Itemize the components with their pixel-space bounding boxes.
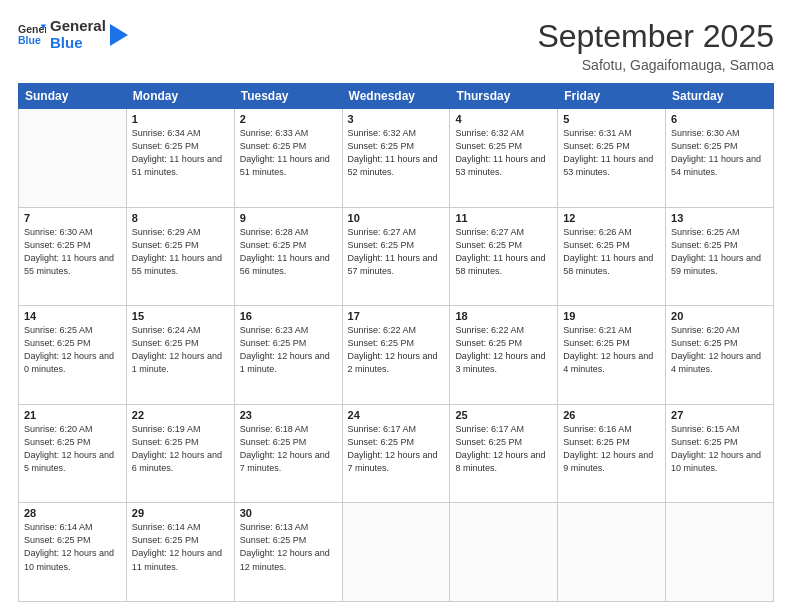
header-sunday: Sunday bbox=[19, 84, 127, 109]
day-info: Sunrise: 6:16 AM Sunset: 6:25 PM Dayligh… bbox=[563, 423, 660, 475]
day-info: Sunrise: 6:18 AM Sunset: 6:25 PM Dayligh… bbox=[240, 423, 337, 475]
logo: General Blue General Blue bbox=[18, 18, 128, 51]
day-info: Sunrise: 6:30 AM Sunset: 6:25 PM Dayligh… bbox=[24, 226, 121, 278]
day-info: Sunrise: 6:23 AM Sunset: 6:25 PM Dayligh… bbox=[240, 324, 337, 376]
calendar-cell: 27Sunrise: 6:15 AM Sunset: 6:25 PM Dayli… bbox=[666, 404, 774, 503]
calendar-cell: 26Sunrise: 6:16 AM Sunset: 6:25 PM Dayli… bbox=[558, 404, 666, 503]
day-number: 7 bbox=[24, 212, 121, 224]
calendar-cell: 4Sunrise: 6:32 AM Sunset: 6:25 PM Daylig… bbox=[450, 109, 558, 208]
calendar-week-row: 7Sunrise: 6:30 AM Sunset: 6:25 PM Daylig… bbox=[19, 207, 774, 306]
day-info: Sunrise: 6:20 AM Sunset: 6:25 PM Dayligh… bbox=[671, 324, 768, 376]
calendar-week-row: 14Sunrise: 6:25 AM Sunset: 6:25 PM Dayli… bbox=[19, 306, 774, 405]
calendar-week-row: 28Sunrise: 6:14 AM Sunset: 6:25 PM Dayli… bbox=[19, 503, 774, 602]
day-number: 29 bbox=[132, 507, 229, 519]
calendar-cell bbox=[19, 109, 127, 208]
calendar-cell: 13Sunrise: 6:25 AM Sunset: 6:25 PM Dayli… bbox=[666, 207, 774, 306]
day-number: 30 bbox=[240, 507, 337, 519]
day-info: Sunrise: 6:25 AM Sunset: 6:25 PM Dayligh… bbox=[671, 226, 768, 278]
day-info: Sunrise: 6:29 AM Sunset: 6:25 PM Dayligh… bbox=[132, 226, 229, 278]
day-info: Sunrise: 6:34 AM Sunset: 6:25 PM Dayligh… bbox=[132, 127, 229, 179]
day-number: 13 bbox=[671, 212, 768, 224]
day-info: Sunrise: 6:30 AM Sunset: 6:25 PM Dayligh… bbox=[671, 127, 768, 179]
header-monday: Monday bbox=[126, 84, 234, 109]
day-info: Sunrise: 6:13 AM Sunset: 6:25 PM Dayligh… bbox=[240, 521, 337, 573]
day-info: Sunrise: 6:21 AM Sunset: 6:25 PM Dayligh… bbox=[563, 324, 660, 376]
header-thursday: Thursday bbox=[450, 84, 558, 109]
day-info: Sunrise: 6:25 AM Sunset: 6:25 PM Dayligh… bbox=[24, 324, 121, 376]
calendar-table: Sunday Monday Tuesday Wednesday Thursday… bbox=[18, 83, 774, 602]
header-tuesday: Tuesday bbox=[234, 84, 342, 109]
calendar-cell: 15Sunrise: 6:24 AM Sunset: 6:25 PM Dayli… bbox=[126, 306, 234, 405]
calendar-cell: 14Sunrise: 6:25 AM Sunset: 6:25 PM Dayli… bbox=[19, 306, 127, 405]
calendar-cell: 7Sunrise: 6:30 AM Sunset: 6:25 PM Daylig… bbox=[19, 207, 127, 306]
calendar-cell: 23Sunrise: 6:18 AM Sunset: 6:25 PM Dayli… bbox=[234, 404, 342, 503]
day-info: Sunrise: 6:31 AM Sunset: 6:25 PM Dayligh… bbox=[563, 127, 660, 179]
day-number: 6 bbox=[671, 113, 768, 125]
calendar-location: Safotu, Gagaifomauga, Samoa bbox=[537, 57, 774, 73]
logo-arrow-icon bbox=[110, 24, 128, 46]
day-number: 18 bbox=[455, 310, 552, 322]
calendar-cell: 29Sunrise: 6:14 AM Sunset: 6:25 PM Dayli… bbox=[126, 503, 234, 602]
day-info: Sunrise: 6:26 AM Sunset: 6:25 PM Dayligh… bbox=[563, 226, 660, 278]
calendar-cell: 21Sunrise: 6:20 AM Sunset: 6:25 PM Dayli… bbox=[19, 404, 127, 503]
calendar-cell: 10Sunrise: 6:27 AM Sunset: 6:25 PM Dayli… bbox=[342, 207, 450, 306]
day-info: Sunrise: 6:27 AM Sunset: 6:25 PM Dayligh… bbox=[455, 226, 552, 278]
day-number: 3 bbox=[348, 113, 445, 125]
day-number: 25 bbox=[455, 409, 552, 421]
day-info: Sunrise: 6:17 AM Sunset: 6:25 PM Dayligh… bbox=[455, 423, 552, 475]
day-number: 27 bbox=[671, 409, 768, 421]
calendar-cell: 3Sunrise: 6:32 AM Sunset: 6:25 PM Daylig… bbox=[342, 109, 450, 208]
calendar-cell: 12Sunrise: 6:26 AM Sunset: 6:25 PM Dayli… bbox=[558, 207, 666, 306]
day-number: 11 bbox=[455, 212, 552, 224]
calendar-cell: 30Sunrise: 6:13 AM Sunset: 6:25 PM Dayli… bbox=[234, 503, 342, 602]
day-info: Sunrise: 6:20 AM Sunset: 6:25 PM Dayligh… bbox=[24, 423, 121, 475]
day-info: Sunrise: 6:33 AM Sunset: 6:25 PM Dayligh… bbox=[240, 127, 337, 179]
calendar-cell: 2Sunrise: 6:33 AM Sunset: 6:25 PM Daylig… bbox=[234, 109, 342, 208]
calendar-cell: 16Sunrise: 6:23 AM Sunset: 6:25 PM Dayli… bbox=[234, 306, 342, 405]
calendar-week-row: 1Sunrise: 6:34 AM Sunset: 6:25 PM Daylig… bbox=[19, 109, 774, 208]
header-friday: Friday bbox=[558, 84, 666, 109]
day-number: 16 bbox=[240, 310, 337, 322]
calendar-cell bbox=[558, 503, 666, 602]
calendar-cell: 1Sunrise: 6:34 AM Sunset: 6:25 PM Daylig… bbox=[126, 109, 234, 208]
logo-icon: General Blue bbox=[18, 21, 46, 49]
day-number: 23 bbox=[240, 409, 337, 421]
svg-text:Blue: Blue bbox=[18, 33, 41, 45]
day-number: 28 bbox=[24, 507, 121, 519]
calendar-cell bbox=[342, 503, 450, 602]
calendar-cell: 19Sunrise: 6:21 AM Sunset: 6:25 PM Dayli… bbox=[558, 306, 666, 405]
day-number: 21 bbox=[24, 409, 121, 421]
day-number: 10 bbox=[348, 212, 445, 224]
day-number: 8 bbox=[132, 212, 229, 224]
logo-general: General bbox=[50, 18, 106, 35]
calendar-cell: 28Sunrise: 6:14 AM Sunset: 6:25 PM Dayli… bbox=[19, 503, 127, 602]
day-number: 9 bbox=[240, 212, 337, 224]
calendar-cell bbox=[666, 503, 774, 602]
day-number: 12 bbox=[563, 212, 660, 224]
page: General Blue General Blue September 2025… bbox=[0, 0, 792, 612]
svg-marker-3 bbox=[110, 24, 128, 46]
calendar-header-row: Sunday Monday Tuesday Wednesday Thursday… bbox=[19, 84, 774, 109]
calendar-cell: 18Sunrise: 6:22 AM Sunset: 6:25 PM Dayli… bbox=[450, 306, 558, 405]
calendar-cell: 17Sunrise: 6:22 AM Sunset: 6:25 PM Dayli… bbox=[342, 306, 450, 405]
day-number: 2 bbox=[240, 113, 337, 125]
day-number: 24 bbox=[348, 409, 445, 421]
calendar-week-row: 21Sunrise: 6:20 AM Sunset: 6:25 PM Dayli… bbox=[19, 404, 774, 503]
day-number: 20 bbox=[671, 310, 768, 322]
title-block: September 2025 Safotu, Gagaifomauga, Sam… bbox=[537, 18, 774, 73]
calendar-cell: 20Sunrise: 6:20 AM Sunset: 6:25 PM Dayli… bbox=[666, 306, 774, 405]
day-info: Sunrise: 6:19 AM Sunset: 6:25 PM Dayligh… bbox=[132, 423, 229, 475]
day-info: Sunrise: 6:22 AM Sunset: 6:25 PM Dayligh… bbox=[455, 324, 552, 376]
calendar-title: September 2025 bbox=[537, 18, 774, 55]
day-number: 5 bbox=[563, 113, 660, 125]
calendar-cell: 9Sunrise: 6:28 AM Sunset: 6:25 PM Daylig… bbox=[234, 207, 342, 306]
day-number: 19 bbox=[563, 310, 660, 322]
day-info: Sunrise: 6:17 AM Sunset: 6:25 PM Dayligh… bbox=[348, 423, 445, 475]
day-info: Sunrise: 6:14 AM Sunset: 6:25 PM Dayligh… bbox=[132, 521, 229, 573]
day-number: 1 bbox=[132, 113, 229, 125]
header-saturday: Saturday bbox=[666, 84, 774, 109]
day-number: 4 bbox=[455, 113, 552, 125]
calendar-cell: 22Sunrise: 6:19 AM Sunset: 6:25 PM Dayli… bbox=[126, 404, 234, 503]
day-number: 14 bbox=[24, 310, 121, 322]
calendar-cell: 6Sunrise: 6:30 AM Sunset: 6:25 PM Daylig… bbox=[666, 109, 774, 208]
